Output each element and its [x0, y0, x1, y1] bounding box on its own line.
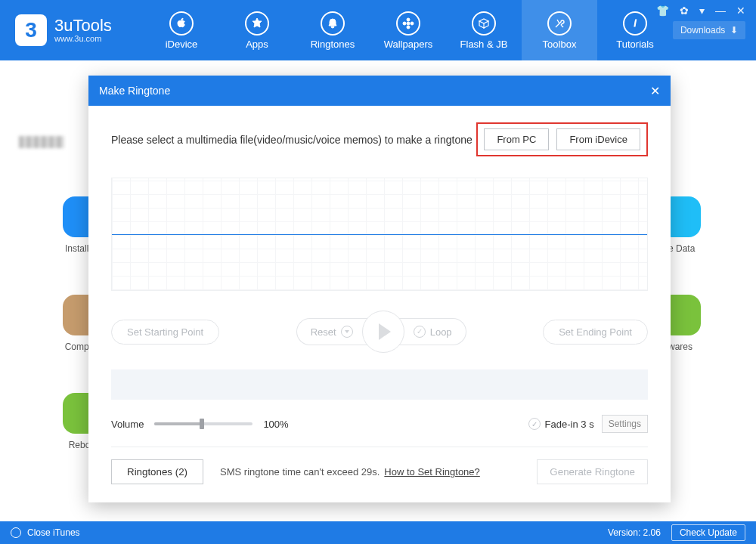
window-controls: 👕 ✿ ▾ — ✕ — [656, 5, 745, 17]
nav-label: Apps — [246, 39, 268, 50]
app-site: www.3u.com — [54, 34, 112, 43]
fadein-label: Fade-in 3 s — [545, 419, 594, 430]
shirt-icon[interactable]: 👕 — [656, 5, 669, 17]
reset-icon — [341, 326, 353, 338]
generate-ringtone-button[interactable]: Generate Ringtone — [537, 459, 648, 484]
app-header: 3 3uTools www.3u.com iDevice Apps Ringto… — [0, 0, 756, 60]
svg-point-1 — [407, 18, 410, 21]
flower-icon — [396, 11, 420, 36]
nav-label: iDevice — [166, 39, 198, 50]
tools-icon — [547, 11, 572, 36]
app-name: 3uTools — [54, 17, 112, 34]
apple-icon — [169, 11, 194, 36]
nav-ringtones[interactable]: Ringtones — [295, 0, 370, 60]
instruction-text: Please select a multimedia file(video/mu… — [111, 134, 472, 146]
nav-apps[interactable]: Apps — [219, 0, 295, 60]
timeline-strip[interactable] — [111, 369, 648, 400]
volume-label: Volume — [111, 419, 144, 430]
svg-point-2 — [407, 26, 410, 29]
nav-toolbox[interactable]: Toolbox — [522, 0, 597, 60]
nav-label: Toolbox — [543, 39, 577, 50]
nav-label: Wallpapers — [384, 39, 433, 50]
svg-point-3 — [403, 22, 406, 25]
svg-text:i: i — [634, 18, 637, 29]
waveform-midline — [112, 234, 647, 235]
volume-fill — [154, 422, 201, 425]
nav-wallpapers[interactable]: Wallpapers — [370, 0, 446, 60]
sms-warning: SMS ringtone time can't exceed 29s. — [220, 466, 380, 478]
logo-badge-icon: 3 — [15, 14, 47, 46]
nav-label: Tutorials — [616, 39, 653, 50]
bell-icon — [321, 11, 345, 36]
box-icon — [472, 11, 496, 36]
from-pc-button[interactable]: From PC — [484, 128, 549, 150]
dialog-close-icon[interactable]: ✕ — [650, 84, 660, 98]
volume-thumb[interactable] — [200, 419, 204, 429]
dropdown-icon[interactable]: ▾ — [699, 5, 705, 17]
info-icon: i — [623, 11, 647, 36]
playback-controls: Reset Loop — [296, 311, 466, 353]
status-bar: Close iTunes Version: 2.06 Check Update — [0, 521, 756, 544]
ringtones-button[interactable]: Ringtones (2) — [111, 459, 203, 484]
loop-label: Loop — [430, 326, 452, 338]
close-itunes-link[interactable]: Close iTunes — [27, 527, 80, 538]
close-icon[interactable]: ✕ — [736, 5, 745, 17]
version-label: Version: 2.06 — [608, 527, 661, 538]
from-idevice-button[interactable]: From iDevice — [556, 128, 640, 150]
downloads-button[interactable]: Downloads ⬇ — [673, 21, 745, 39]
nav-label: Flash & JB — [460, 39, 508, 50]
source-buttons-highlight: From PC From iDevice — [476, 122, 648, 156]
downloads-label: Downloads — [680, 25, 725, 36]
play-icon — [379, 323, 391, 340]
check-update-button[interactable]: Check Update — [671, 524, 745, 541]
svg-point-4 — [411, 22, 414, 25]
nav-idevice[interactable]: iDevice — [144, 0, 219, 60]
app-logo: 3 3uTools www.3u.com — [0, 14, 144, 46]
apps-icon — [245, 11, 269, 36]
gear-icon[interactable]: ✿ — [680, 5, 689, 17]
status-circle-icon — [11, 527, 21, 538]
nav-label: Ringtones — [311, 39, 355, 50]
loop-check-icon — [414, 326, 426, 338]
minimize-icon[interactable]: — — [715, 5, 726, 17]
how-to-link[interactable]: How to Set Ringtone? — [384, 466, 479, 478]
set-end-button[interactable]: Set Ending Point — [543, 320, 648, 345]
nav-flash-jb[interactable]: Flash & JB — [446, 0, 522, 60]
waveform-area[interactable] — [111, 178, 648, 291]
volume-value: 100% — [263, 419, 288, 430]
reset-label: Reset — [311, 326, 336, 338]
fadein-checkbox[interactable] — [528, 418, 541, 430]
play-button[interactable] — [362, 311, 404, 353]
dialog-title: Make Ringtone — [99, 85, 170, 97]
device-name-blurred — [19, 136, 64, 148]
set-start-button[interactable]: Set Starting Point — [111, 320, 219, 345]
dialog-titlebar: Make Ringtone ✕ — [88, 76, 671, 106]
svg-point-0 — [407, 22, 410, 25]
make-ringtone-dialog: Make Ringtone ✕ Please select a multimed… — [88, 76, 671, 502]
fade-settings-button[interactable]: Settings — [602, 415, 648, 433]
volume-slider[interactable] — [154, 422, 253, 425]
